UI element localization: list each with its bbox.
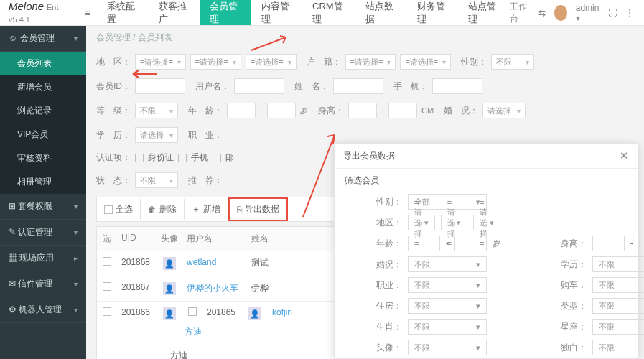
level-label: 等 级： [96,105,131,117]
modal-job-select[interactable]: 不限▾ [408,277,487,293]
add-button[interactable]: ＋ 新增 [185,199,228,220]
status-label: 状 态： [96,174,131,187]
sidebar-group-robot[interactable]: ⚙ 机器人管理 [0,297,86,323]
status-select[interactable]: 不限▾ [135,172,178,188]
modal-height-to[interactable] [639,236,644,251]
nav-sitemgr[interactable]: 站点管理 [458,0,509,25]
username[interactable]: admin ▾ [576,3,599,23]
row-checkbox[interactable] [103,257,111,266]
workbench-link[interactable]: 工作台 [510,1,531,25]
sidebar-item-browse-log[interactable]: 浏览记录 [0,99,86,123]
name-label: 姓 名： [294,80,329,93]
sidebar-sub-members: 会员列表 新增会员 浏览记录 VIP会员 审核资料 相册管理 [0,52,86,194]
marriage-select[interactable]: 请选择▾ [482,103,526,118]
export-button[interactable]: ⎘ 导出数据 [228,197,288,221]
nav-content[interactable]: 内容管理 [251,0,302,25]
modal-region-2[interactable]: =请选择=▾ [441,215,468,230]
modal-avatar-select[interactable]: 不限▾ [408,340,487,355]
select-all-button[interactable]: 全选 [97,199,141,220]
huji-select-1[interactable]: =请选择=▾ [345,54,396,70]
username-label: 用户名： [195,80,230,93]
uid-input[interactable] [135,78,185,94]
menu-toggle-icon[interactable]: ≡ [78,7,97,19]
gender-select[interactable]: 不限▾ [491,54,534,70]
nav-sitedata[interactable]: 站点数据 [355,0,406,25]
modal-height-from[interactable] [592,236,625,251]
modal-title: 导出会员数据 [343,150,395,162]
sidebar-group-cert[interactable]: ✎ 认证管理 [0,220,86,246]
cert-phone-checkbox[interactable] [178,154,187,162]
modal-star-select[interactable]: 不限▾ [592,319,644,335]
top-right: 工作台 ⇆ admin ▾ ⛶ ⋮ [510,1,644,25]
top-nav: 系统配置 获客推广 会员管理 内容管理 CRM管理 站点数据 财务管理 站点管理 [97,0,510,25]
notify-icon[interactable]: ⇆ [538,8,546,18]
modal-age-to[interactable] [454,236,487,251]
avatar-icon: 👤 [163,282,176,295]
gender-label: 性别： [461,56,487,68]
cert-label: 认证项： [96,151,131,164]
modal-age-from[interactable] [408,236,440,251]
cert-mail-checkbox[interactable] [213,154,221,162]
age-to-input[interactable] [267,103,296,118]
topbar: Melone Ent v5.4.1 ≡ 系统配置 获客推广 会员管理 内容管理 … [0,0,644,26]
sidebar-group-mail[interactable]: ✉ 信件管理 [0,271,86,297]
sidebar-item-vip[interactable]: VIP会员 [0,123,86,146]
row-checkbox[interactable] [103,282,111,291]
sidebar-item-add-member[interactable]: 新增会员 [0,75,86,99]
modal-region-1[interactable]: =请选择=▾ [408,215,435,230]
nav-members[interactable]: 会员管理 [200,0,251,25]
cert-id-checkbox[interactable] [135,154,144,162]
user-link[interactable]: 伊桦的小火车 [182,276,247,301]
phone-input[interactable] [432,78,482,94]
edu-label: 学 历： [96,129,131,141]
sidebar-item-audit[interactable]: 审核资料 [0,146,86,170]
marriage-label: 婚 况： [444,105,478,117]
user-link[interactable]: wetland [182,251,247,276]
modal-car-select[interactable]: 不限▾ [592,277,644,293]
level-select[interactable]: 不限▾ [135,103,178,118]
age-from-input[interactable] [227,103,256,118]
height-to-input[interactable] [388,103,417,118]
sidebar-item-member-list[interactable]: 会员列表 [0,52,86,75]
modal-edu-select[interactable]: 不限▾ [592,256,644,272]
modal-header: 导出会员数据 ✕ [335,144,638,169]
sidebar-group-onsite[interactable]: ▦ 现场应用 [0,246,86,271]
height-from-input[interactable] [348,103,377,118]
username-input[interactable] [234,78,284,94]
modal-house-select[interactable]: 不限▾ [408,298,487,314]
recommend-label: 推 荐： [188,174,223,187]
region-select-1[interactable]: =请选择=▾ [135,54,186,70]
modal-single-select[interactable]: 不限▾ [592,340,644,355]
delete-button[interactable]: 🗑 删除 [141,199,185,220]
huji-label: 户 籍： [307,56,341,68]
modal-section-title: 筛选会员 [335,169,638,190]
filter-row-3: 等 级：不限▾ 年 龄： - 岁 身高： - CM 婚 况：请选择▾ [86,98,644,123]
avatar[interactable] [554,5,566,21]
region-select-3[interactable]: =请选择=▾ [246,54,297,70]
row-checkbox[interactable] [188,307,197,316]
nav-system[interactable]: 系统配置 [97,0,148,25]
edu-select[interactable]: 请选择▾ [135,127,178,143]
nav-marketing[interactable]: 获客推广 [149,0,200,25]
region-select-2[interactable]: =请选择=▾ [190,54,241,70]
nav-finance[interactable]: 财务管理 [407,0,458,25]
huji-select-2[interactable]: =请选择=▾ [400,54,451,70]
fullscreen-icon[interactable]: ⛶ [608,8,617,18]
close-icon[interactable]: ✕ [620,149,629,162]
breadcrumb: 会员管理 / 会员列表 [86,26,644,50]
sidebar-group-plan[interactable]: ⊞ 套餐权限 [0,194,86,220]
uid-label: 会员ID： [96,80,131,93]
modal-zodiac-select[interactable]: 不限▾ [408,319,487,335]
sidebar-item-album[interactable]: 相册管理 [0,170,86,194]
sidebar-group-members[interactable]: ☺ 会员管理 [0,26,86,52]
modal-type-select[interactable]: 不限▾ [592,298,644,314]
name-input[interactable] [333,78,383,94]
modal-marriage-select[interactable]: 不限▾ [408,256,487,272]
user-link[interactable]: kofjin [268,302,332,359]
modal-region-3[interactable]: =请选择=▾ [473,215,500,230]
row-checkbox[interactable] [103,307,111,316]
more-icon[interactable]: ⋮ [625,8,634,18]
nav-crm[interactable]: CRM管理 [302,0,355,25]
modal-col-right: 身高： - CM 学历：不限▾ 购车：不限▾ 类型：不限▾ 星座：不限▾ 独白：… [529,194,644,359]
region-label: 地 区： [96,56,131,68]
